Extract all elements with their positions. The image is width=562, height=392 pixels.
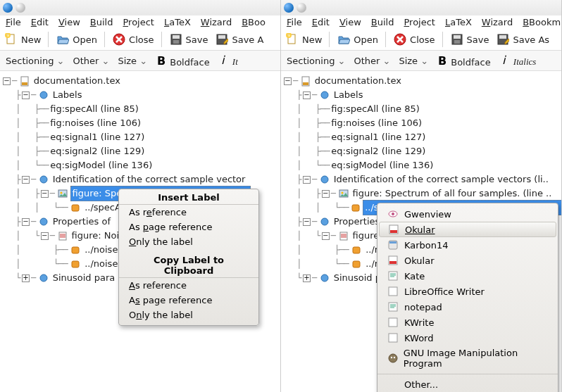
boldface-button[interactable]: Boldface	[156, 54, 210, 68]
menu-file[interactable]: File	[287, 17, 302, 27]
menu-build[interactable]: Build	[90, 17, 113, 27]
save-icon	[450, 32, 464, 46]
italics-button[interactable]: Italics	[499, 53, 537, 68]
tree-item[interactable]: │ ├──fig:noises (line 106)	[282, 116, 560, 130]
size-dropdown[interactable]: Size	[118, 56, 147, 66]
size-dropdown[interactable]: Size	[399, 56, 428, 66]
collapse-icon[interactable]: −	[41, 232, 49, 240]
tree-item[interactable]: │ ├──eq:signal1 (line 127)	[282, 130, 560, 144]
open-button[interactable]: Open	[56, 32, 97, 46]
tree-root[interactable]: −─documentation.tex	[282, 74, 560, 88]
collapse-icon[interactable]: −	[322, 190, 330, 198]
tree-figure[interactable]: │ ├−─figure: Spectrum of all four sample…	[282, 186, 560, 201]
tex-file-icon	[19, 75, 30, 87]
menu-file[interactable]: FFileile	[6, 17, 21, 27]
open-icon	[337, 32, 351, 46]
collapse-icon[interactable]: −	[22, 218, 30, 226]
tree-item[interactable]: │ └──eq:sigModel (line 136)	[282, 158, 560, 172]
tree-item[interactable]: │ ├──fig:noises (line 106)	[1, 116, 279, 130]
saveas-button[interactable]: Save As	[496, 32, 549, 46]
menu-latex[interactable]: LaTeX	[164, 17, 191, 27]
boldface-button[interactable]: Boldface	[437, 54, 491, 68]
tree-item-label: eq:signal2 (line 129)	[330, 144, 427, 158]
expand-icon[interactable]: +	[22, 274, 30, 282]
menu-item-okular-2[interactable]: Okular	[377, 253, 558, 268]
menu-project[interactable]: Project	[404, 17, 435, 27]
tree-section[interactable]: ├−─Identification of the correct sample …	[282, 172, 560, 186]
menu-item-only-label[interactable]: Only the label	[119, 234, 258, 249]
other-dropdown[interactable]: Other	[73, 56, 109, 66]
menu-latex[interactable]: LaTeX	[445, 17, 472, 27]
menu-item-gimp[interactable]: GNU Image Manipulation Program	[377, 346, 558, 371]
window-button-icon[interactable]	[296, 3, 306, 13]
tree-item[interactable]: │ ├──eq:signal2 (line 129)	[282, 144, 560, 158]
saveas-button[interactable]: Save A	[215, 32, 263, 46]
menu-item-as-page-reference[interactable]: As page reference	[119, 220, 258, 234]
menu-item-okular[interactable]: Okular	[379, 222, 556, 237]
menu-bookmarks[interactable]: BBookmar	[523, 17, 562, 27]
menu-item-gwenview[interactable]: Gwenview	[377, 206, 558, 222]
menu-item-kwrite[interactable]: KWrite	[377, 315, 558, 330]
expand-icon[interactable]: +	[303, 274, 311, 282]
menu-item-label: Karbon14	[404, 240, 449, 251]
tree-labels[interactable]: ├−─Labels	[1, 88, 279, 102]
tree-item[interactable]: │ └──eq:sigModel (line 136)	[1, 158, 279, 172]
new-button[interactable]: New	[285, 32, 322, 46]
collapse-icon[interactable]: −	[22, 176, 30, 184]
sectioning-dropdown[interactable]: Sectioning	[287, 56, 345, 66]
menu-item-as-reference[interactable]: As reference	[119, 205, 258, 220]
menu-item-copy-as-reference[interactable]: As reference	[119, 278, 258, 293]
collapse-icon[interactable]: −	[322, 232, 330, 240]
collapse-icon[interactable]: −	[284, 77, 292, 85]
tree-root[interactable]: −─documentation.tex	[1, 74, 279, 88]
menu-build[interactable]: Build	[371, 17, 394, 27]
menu-view[interactable]: View	[339, 17, 361, 27]
save-button[interactable]: Save	[450, 32, 489, 46]
close-button[interactable]: Close	[112, 32, 154, 46]
menu-project[interactable]: Project	[123, 17, 154, 27]
tree-item[interactable]: │ ├──eq:signal2 (line 129)	[1, 144, 279, 158]
tree-item[interactable]: │ ├──fig:specAll (line 85)	[1, 102, 279, 116]
open-button[interactable]: Open	[337, 32, 378, 46]
tree-labels[interactable]: ├−─Labels	[282, 88, 560, 102]
tree-section[interactable]: ├−─Identification of the correct sample …	[1, 172, 279, 186]
section-icon	[319, 272, 330, 284]
menu-item-libreoffice-writer[interactable]: LibreOffice Writer	[377, 284, 558, 299]
kate-icon	[387, 270, 399, 282]
save-button[interactable]: Save	[169, 32, 208, 46]
menu-edit[interactable]: Edit	[31, 17, 49, 27]
tree-section-label: Properties of	[51, 215, 112, 229]
collapse-icon[interactable]: −	[22, 91, 30, 99]
tree-item[interactable]: │ ├──eq:signal1 (line 127)	[1, 130, 279, 144]
menu-item-kate[interactable]: Kate	[377, 268, 558, 284]
menu-edit[interactable]: Edit	[312, 17, 330, 27]
collapse-icon[interactable]: −	[303, 218, 311, 226]
menu-item-notepad[interactable]: notepad	[377, 299, 558, 315]
menu-bookmarks[interactable]: BBoo	[242, 17, 266, 27]
menu-view[interactable]: View	[58, 17, 80, 27]
menu-item-karbon[interactable]: Karbon14	[377, 237, 558, 253]
collapse-icon[interactable]: −	[3, 77, 11, 85]
collapse-icon[interactable]: −	[41, 190, 49, 198]
menu-item-copy-only-label[interactable]: Only the label	[119, 308, 258, 322]
menu-item-other[interactable]: Other...	[377, 377, 558, 392]
sectioning-dropdown[interactable]: Sectioning	[6, 56, 64, 66]
section-icon	[319, 174, 330, 185]
close-button[interactable]: Close	[393, 32, 435, 46]
italics-button[interactable]: It	[218, 53, 238, 68]
tree-item[interactable]: │ ├──fig:specAll (line 85)	[282, 102, 560, 116]
collapse-icon[interactable]: −	[303, 91, 311, 99]
tex-file-icon	[300, 75, 311, 87]
menu-item-kword[interactable]: KWord	[377, 330, 558, 346]
collapse-icon[interactable]: −	[303, 176, 311, 184]
menu-wizard[interactable]: Wizard	[482, 17, 513, 27]
menu-wizard[interactable]: Wizard	[201, 17, 232, 27]
menu-item-label: Gwenview	[404, 209, 451, 220]
window-button-icon[interactable]	[15, 3, 25, 13]
left-pane: FFileile Edit View Build Project LaTeX W…	[0, 0, 281, 392]
new-button[interactable]: New	[4, 32, 41, 46]
menubar: File Edit View Build Project LaTeX Wizar…	[281, 15, 561, 30]
figure-icon	[57, 188, 68, 199]
other-dropdown[interactable]: Other	[354, 56, 390, 66]
menu-item-copy-as-page-reference[interactable]: As page reference	[119, 293, 258, 308]
